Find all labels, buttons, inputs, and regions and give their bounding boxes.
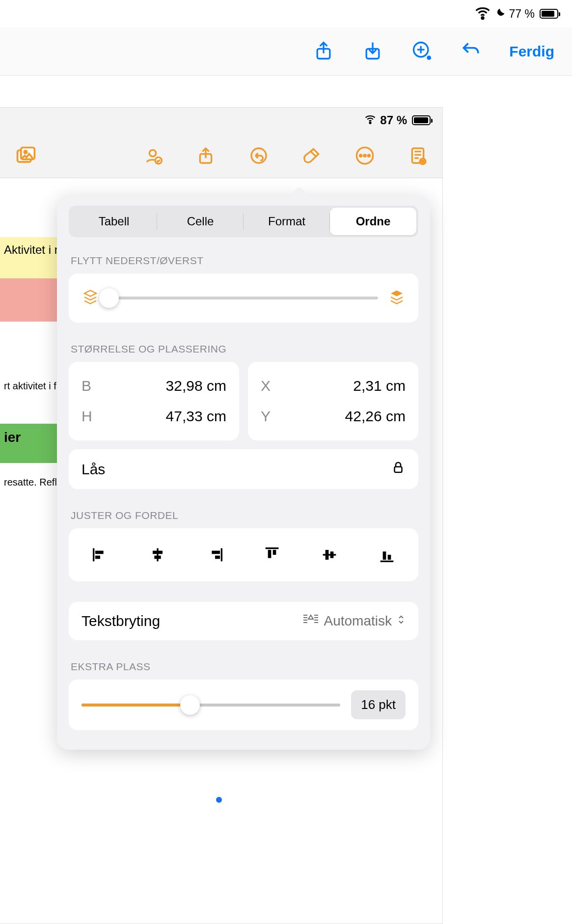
extra-space-value[interactable]: 16 pkt <box>351 690 406 719</box>
battery-icon <box>410 115 431 125</box>
bg-cell-green: ier <box>0 424 57 463</box>
share-icon[interactable] <box>313 40 334 63</box>
undo-icon[interactable] <box>249 146 269 167</box>
svg-point-5 <box>370 122 371 124</box>
bg-cell-red <box>0 278 57 322</box>
svg-rect-30 <box>330 551 334 558</box>
share-icon[interactable] <box>196 146 216 167</box>
lock-icon <box>391 460 406 478</box>
y-row[interactable]: Y 42,26 cm <box>261 401 406 432</box>
lock-card[interactable]: Lås <box>69 449 418 489</box>
wifi-icon <box>363 112 377 129</box>
svg-point-8 <box>24 150 27 153</box>
outer-status-bar: 77 % <box>0 0 572 27</box>
svg-rect-21 <box>95 551 104 554</box>
tab-tabell[interactable]: Tabell <box>71 208 157 235</box>
more-icon[interactable] <box>355 146 375 167</box>
align-left-icon[interactable] <box>84 541 116 569</box>
inner-status-bar: 87 % <box>0 108 442 133</box>
svg-point-16 <box>368 154 370 156</box>
inner-battery-pct: 87 % <box>380 113 407 127</box>
width-row[interactable]: B 32,98 cm <box>82 371 226 401</box>
height-key: H <box>82 408 92 425</box>
wrap-mode-icon <box>302 613 319 629</box>
text-wrap-card[interactable]: Tekstbryting Automatisk <box>69 602 418 640</box>
collaborate-icon[interactable] <box>143 146 163 167</box>
outer-battery-pct: 77 % <box>509 7 535 21</box>
align-bottom-icon[interactable] <box>371 541 403 569</box>
svg-rect-32 <box>388 555 391 560</box>
align-right-icon[interactable] <box>199 541 231 569</box>
download-icon[interactable] <box>362 40 383 63</box>
svg-rect-31 <box>383 551 386 560</box>
send-back-icon[interactable] <box>82 288 99 308</box>
done-button[interactable]: Ferdig <box>509 43 554 60</box>
wrap-value: Automatisk <box>324 613 392 629</box>
svg-rect-28 <box>273 550 276 555</box>
align-top-icon[interactable] <box>256 541 288 569</box>
svg-point-4 <box>428 56 431 59</box>
align-center-v-icon[interactable] <box>314 541 345 569</box>
bg-cell-text2: resatte. Refle <box>0 471 57 497</box>
size-position-grid: B 32,98 cm H 47,33 cm X 2,31 cm Y 42,26 … <box>69 362 418 440</box>
svg-rect-26 <box>215 556 220 559</box>
svg-rect-23 <box>153 551 163 554</box>
svg-rect-27 <box>268 550 272 558</box>
wifi-icon <box>473 2 492 25</box>
svg-rect-24 <box>154 556 161 559</box>
height-row[interactable]: H 47,33 cm <box>82 401 226 432</box>
svg-rect-20 <box>395 467 402 472</box>
tab-celle[interactable]: Celle <box>157 208 244 235</box>
section-align-label: JUSTER OG FORDEL <box>71 510 416 521</box>
undo-icon[interactable] <box>460 40 482 63</box>
width-value: 32,98 cm <box>166 378 226 394</box>
svg-rect-29 <box>326 550 329 560</box>
svg-point-19 <box>422 160 424 163</box>
moon-icon <box>495 7 506 21</box>
bring-front-icon[interactable] <box>388 288 406 308</box>
wrap-label: Tekstbryting <box>82 613 160 629</box>
battery-icon <box>538 9 558 19</box>
width-key: B <box>82 378 91 394</box>
gallery-icon[interactable] <box>15 145 36 168</box>
section-size-label: STØRRELSE OG PLASSERING <box>71 343 416 355</box>
tab-format[interactable]: Format <box>244 208 330 235</box>
x-key: X <box>261 378 271 394</box>
align-card <box>69 528 418 581</box>
format-popover: Tabell Celle Format Ordne FLYTT NEDERST/… <box>57 196 430 750</box>
extra-space-card: 16 pkt <box>69 679 418 730</box>
height-value: 47,33 cm <box>166 408 226 425</box>
y-key: Y <box>261 408 271 425</box>
section-extra-label: EKSTRA PLASS <box>71 661 416 673</box>
chevron-updown-icon <box>397 613 406 629</box>
zoom-in-icon[interactable] <box>411 40 433 63</box>
bg-cell-yellow: Aktivitet i na <box>0 237 57 278</box>
y-value: 42,26 cm <box>345 408 406 425</box>
svg-rect-22 <box>95 556 100 559</box>
format-tabs: Tabell Celle Format Ordne <box>69 206 418 237</box>
section-move-label: FLYTT NEDERST/ØVERST <box>71 255 416 267</box>
align-center-h-icon[interactable] <box>142 541 173 569</box>
svg-point-15 <box>364 154 366 156</box>
brush-icon[interactable] <box>302 146 322 167</box>
tab-ordne[interactable]: Ordne <box>330 208 416 235</box>
svg-point-0 <box>482 17 484 19</box>
svg-point-9 <box>149 150 156 156</box>
layer-order-slider[interactable] <box>109 297 378 299</box>
extra-space-slider[interactable] <box>82 704 340 707</box>
selection-handle[interactable] <box>216 797 222 803</box>
x-row[interactable]: X 2,31 cm <box>261 371 406 401</box>
svg-point-14 <box>360 154 362 156</box>
document-icon[interactable] <box>408 146 428 167</box>
bg-cell-text1: rt aktivitet i fri <box>0 375 57 404</box>
inner-screenshot: 87 % <box>0 107 443 924</box>
x-value: 2,31 cm <box>353 378 406 394</box>
outer-toolbar: Ferdig <box>0 27 572 76</box>
svg-rect-25 <box>212 551 220 554</box>
inner-toolbar <box>0 135 442 178</box>
lock-label: Lås <box>82 461 105 478</box>
layer-order-card <box>69 273 418 323</box>
